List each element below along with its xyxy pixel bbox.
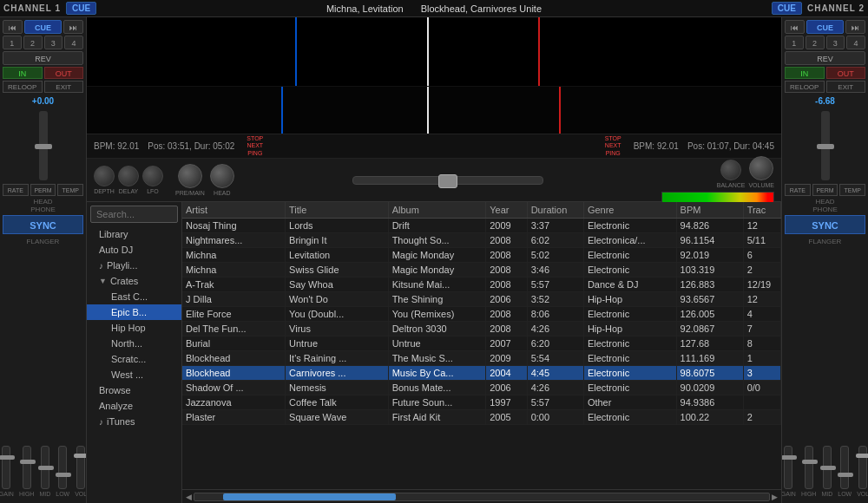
- table-row[interactable]: Shadow Of ...NemesisBonus Mate...20064:2…: [182, 381, 781, 395]
- sidebar-item-north[interactable]: North...: [87, 336, 181, 351]
- ch2-btn1[interactable]: 1: [785, 36, 804, 49]
- table-row[interactable]: MichnaSwiss GlideMagic Monday20083:46Ele…: [182, 263, 781, 278]
- head-knob[interactable]: [210, 164, 234, 188]
- sidebar-item-itunes[interactable]: ♪ iTunes: [87, 414, 181, 429]
- ch2-temp-btn[interactable]: TEMP: [839, 184, 865, 196]
- ch2-vol-fader[interactable]: [858, 446, 867, 489]
- ch1-high-fader[interactable]: [23, 446, 31, 489]
- svg-rect-3: [295, 17, 297, 86]
- ch2-exit-btn[interactable]: EXIT: [826, 81, 866, 93]
- ch2-reloop-btn[interactable]: RELOOP: [785, 81, 825, 93]
- sidebar-item-scratch[interactable]: Scratc...: [87, 351, 181, 367]
- sidebar-item-west[interactable]: West ...: [87, 367, 181, 382]
- table-row[interactable]: Nosaj ThingLordsDrift20093:37Electronic9…: [182, 219, 781, 233]
- cell-album: Bonus Mate...: [388, 381, 486, 395]
- table-row[interactable]: A-TrakSay WhoaKitsuné Mai...20085:57Danc…: [182, 278, 781, 292]
- table-row[interactable]: PlasterSquare WaveFirst Aid Kit20050:00E…: [182, 410, 781, 425]
- ch2-balance-knob[interactable]: [720, 160, 741, 180]
- ch1-rate-btn[interactable]: RATE: [3, 184, 29, 196]
- ch2-mid-fader[interactable]: [823, 446, 832, 489]
- sidebar-item-analyze[interactable]: Analyze: [87, 398, 181, 414]
- table-row[interactable]: BlockheadIt's Raining ...The Music S...2…: [182, 351, 781, 366]
- table-row[interactable]: J DillaWon't DoThe Shining20063:52Hip-Ho…: [182, 292, 781, 307]
- ch2-pitch-slider[interactable]: [821, 111, 830, 180]
- table-row[interactable]: Del The Fun...VirusDeltron 303020084:26H…: [182, 322, 781, 336]
- ch1-btn3[interactable]: 3: [44, 36, 63, 49]
- ch1-btn1[interactable]: 1: [3, 36, 22, 49]
- sidebar-item-library[interactable]: Library: [87, 226, 181, 242]
- cue-button-right[interactable]: CUE: [772, 2, 802, 15]
- ch2-gain-fader-label: GAIN: [781, 491, 796, 497]
- ch1-vol-fader[interactable]: [76, 446, 85, 489]
- svg-rect-1: [87, 17, 781, 86]
- premain-knob[interactable]: [178, 164, 202, 188]
- track-table-scroll[interactable]: Artist Title Album Year Duration Genre B…: [182, 202, 781, 489]
- ch1-in-btn[interactable]: IN: [3, 67, 43, 79]
- ch2-pitch-thumb[interactable]: [817, 144, 834, 149]
- ch1-rev-btn[interactable]: REV: [3, 51, 83, 65]
- table-row[interactable]: BlockheadCarnivores ...Music By Ca...200…: [182, 366, 781, 381]
- ch1-mid-fader[interactable]: [41, 446, 49, 489]
- scroll-right-btn[interactable]: ▶: [772, 493, 778, 501]
- sidebar-item-playlists[interactable]: ♪ Playli...: [87, 258, 181, 273]
- controls-row: DEPTH DELAY LFO PRE/MAIN HEAD: [87, 159, 781, 202]
- ch2-rate-btn[interactable]: RATE: [785, 184, 811, 196]
- ch2-high-fader[interactable]: [805, 446, 813, 489]
- ch1-low-fader[interactable]: [58, 446, 67, 489]
- ch1-out-btn[interactable]: OUT: [44, 67, 84, 79]
- ch1-lfo-label: LFO: [147, 188, 159, 194]
- crossfader-thumb[interactable]: [438, 174, 457, 188]
- ch1-pitch-slider[interactable]: [39, 111, 48, 180]
- crossfader-track[interactable]: [352, 176, 543, 185]
- ch1-mid-label: MID: [39, 491, 50, 497]
- ch1-btn4[interactable]: 4: [64, 36, 83, 49]
- table-row[interactable]: Nightmares...Bringin ItThought So...2008…: [182, 233, 781, 248]
- ch1-temp-btn[interactable]: TEMP: [57, 184, 83, 196]
- ch2-cue-btn[interactable]: CUE: [806, 20, 845, 34]
- cue-button-left[interactable]: CUE: [66, 2, 96, 15]
- ch2-next-btn[interactable]: ⏭: [845, 20, 865, 34]
- ch1-pitch-thumb[interactable]: [35, 144, 52, 149]
- ch1-gain-fader[interactable]: [2, 446, 10, 489]
- ch1-btn2[interactable]: 2: [23, 36, 43, 49]
- ch2-pos: Pos: 01:07, Dur: 04:45: [687, 141, 774, 151]
- table-row[interactable]: BurialUntrueUntrue20076:20Electronic127.…: [182, 336, 781, 351]
- table-row[interactable]: JazzanovaCoffee TalkFuture Soun...19975:…: [182, 395, 781, 410]
- sidebar-item-browse[interactable]: Browse: [87, 382, 181, 398]
- horizontal-scrollbar-thumb[interactable]: [223, 493, 396, 500]
- ch2-rev-btn[interactable]: REV: [785, 51, 865, 65]
- ch2-in-btn[interactable]: IN: [785, 67, 825, 79]
- cell-genre: Hip-Hop: [583, 322, 676, 336]
- ch2-prev-btn[interactable]: ⏮: [785, 20, 805, 34]
- cell-title: Say Whoa: [286, 278, 389, 292]
- table-row[interactable]: MichnaLevitationMagic Monday20085:02Elec…: [182, 248, 781, 263]
- ch2-volume-knob[interactable]: [749, 156, 773, 180]
- sidebar-item-east[interactable]: East C...: [87, 289, 181, 304]
- ch1-depth-knob[interactable]: [94, 166, 115, 186]
- ch1-reloop-btn[interactable]: RELOOP: [3, 81, 43, 93]
- sidebar-item-epic[interactable]: Epic B...: [87, 304, 181, 320]
- ch2-btn2[interactable]: 2: [806, 36, 825, 49]
- ch2-low-fader[interactable]: [840, 446, 849, 489]
- sidebar-item-autodj[interactable]: Auto DJ: [87, 242, 181, 258]
- table-row[interactable]: Elite ForceYou (Doubl...You (Remixes)200…: [182, 307, 781, 322]
- ch2-btn3[interactable]: 3: [826, 36, 845, 49]
- sidebar-item-crates[interactable]: ▼ Crates: [87, 273, 181, 289]
- horizontal-scrollbar-track[interactable]: [194, 493, 770, 501]
- search-input[interactable]: [90, 206, 178, 223]
- ch2-gain-fader[interactable]: [784, 446, 792, 489]
- ch2-perm-btn[interactable]: PERM: [812, 184, 838, 196]
- ch1-perm-btn[interactable]: PERM: [30, 184, 56, 196]
- sidebar-item-hiphop[interactable]: Hip Hop: [87, 320, 181, 336]
- ch1-exit-btn[interactable]: EXIT: [44, 81, 84, 93]
- ch2-btn4[interactable]: 4: [846, 36, 865, 49]
- ch2-sync-btn[interactable]: SYNC: [785, 215, 865, 234]
- ch1-lfo-knob[interactable]: [142, 166, 163, 186]
- ch1-delay-knob[interactable]: [118, 166, 139, 186]
- ch1-prev-btn[interactable]: ⏮: [3, 20, 23, 34]
- ch1-cue-btn[interactable]: CUE: [24, 20, 62, 34]
- ch1-sync-btn[interactable]: SYNC: [3, 215, 83, 234]
- scroll-left-btn[interactable]: ◀: [186, 493, 192, 501]
- ch2-out-btn[interactable]: OUT: [826, 67, 866, 79]
- ch1-next-btn[interactable]: ⏭: [63, 20, 83, 34]
